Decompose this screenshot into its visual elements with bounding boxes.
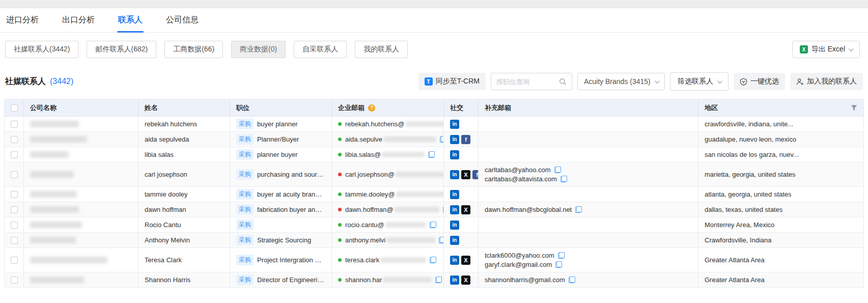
- filter-contacts-button[interactable]: 筛选联系人: [670, 72, 729, 91]
- copy-icon[interactable]: [558, 252, 565, 259]
- tab-company-info[interactable]: 公司信息: [165, 9, 200, 32]
- x-icon[interactable]: X: [461, 256, 470, 265]
- company-cell: [24, 117, 138, 131]
- copy-icon[interactable]: [575, 206, 582, 213]
- region-cell: marietta, georgia, united states: [698, 162, 863, 186]
- table-row: Anthony Melvin采购Strategic Sourcinganthon…: [5, 233, 863, 248]
- row-checkbox[interactable]: [11, 151, 18, 158]
- email-cell: rebekah.hutchens@: [332, 117, 444, 131]
- name-cell: Teresa Clark: [138, 248, 230, 272]
- extra-email-item: shannonlharris@gmail.com: [485, 276, 575, 284]
- region-text: Greater Atlanta Area: [705, 256, 765, 264]
- filter-my-contacts[interactable]: 我的联系人: [355, 41, 408, 58]
- header-social-label: 社交: [450, 103, 463, 113]
- email-status-dot: [338, 137, 342, 141]
- extra-email-item: carltabas@yahoo.com: [485, 166, 567, 174]
- linkedin-icon[interactable]: in: [450, 256, 459, 265]
- x-icon[interactable]: X: [461, 205, 470, 214]
- header-social: 社交: [444, 99, 479, 116]
- sync-tcrm-button[interactable]: T 同步至T-CRM: [418, 73, 486, 90]
- add-to-my-contacts-button[interactable]: 加入我的联系人: [790, 73, 863, 90]
- position-search-input[interactable]: [496, 78, 559, 86]
- export-excel-button[interactable]: X 导出 Excel: [792, 41, 860, 58]
- copy-icon[interactable]: [430, 257, 436, 263]
- position-cell: 采购purchasing and sourcing ...: [230, 162, 332, 186]
- help-icon[interactable]: ?: [368, 104, 375, 112]
- copy-icon[interactable]: [435, 277, 442, 283]
- copy-icon[interactable]: [428, 151, 435, 158]
- select-all-checkbox[interactable]: [11, 104, 18, 112]
- filter-email-contacts[interactable]: 邮件联系人(682): [87, 41, 156, 58]
- row-checkbox[interactable]: [11, 191, 18, 198]
- row-select-cell: [5, 117, 24, 131]
- extra-email-list: tclark6000@yahoo.comgaryf.clark@gmail.co…: [485, 249, 565, 271]
- name-cell: libia salas: [138, 147, 230, 162]
- copy-icon[interactable]: [430, 222, 436, 228]
- filter-self-collected[interactable]: 自采联系人: [294, 41, 347, 58]
- row-checkbox[interactable]: [11, 121, 18, 128]
- filter-social-contacts[interactable]: 社媒联系人(3442): [5, 41, 78, 58]
- one-click-preferred-button[interactable]: 一键优选: [734, 73, 785, 90]
- name-cell: Anthony Melvin: [138, 233, 230, 247]
- linkedin-icon[interactable]: in: [450, 120, 459, 129]
- row-checkbox[interactable]: [11, 206, 18, 213]
- row-select-cell: [5, 132, 24, 147]
- copy-icon[interactable]: [439, 237, 444, 243]
- linkedin-icon[interactable]: in: [450, 190, 459, 199]
- social-cell: in: [444, 147, 479, 162]
- row-select-cell: [5, 248, 24, 272]
- name-cell: dawn hoffman: [138, 202, 230, 217]
- company-select[interactable]: Acuity Brands (3415): [577, 73, 665, 90]
- tab-contacts[interactable]: 联系人: [117, 9, 144, 32]
- company-cell: [24, 202, 138, 217]
- email-prefix: shannon.har: [345, 276, 382, 284]
- linkedin-icon[interactable]: in: [450, 236, 459, 245]
- filter-business-registry[interactable]: 工商数据(66): [164, 41, 223, 58]
- linkedin-icon[interactable]: in: [450, 150, 459, 159]
- copy-icon[interactable]: [440, 136, 444, 143]
- position-title: Strategic Sourcing: [257, 236, 311, 244]
- filter-commercial-data[interactable]: 商业数据(0): [231, 41, 286, 58]
- row-checkbox[interactable]: [11, 277, 18, 284]
- email-cell: shannon.har: [332, 272, 444, 287]
- row-checkbox[interactable]: [11, 237, 18, 244]
- row-checkbox[interactable]: [11, 136, 18, 143]
- copy-icon[interactable]: [561, 176, 567, 182]
- tab-import-analysis[interactable]: 进口分析: [5, 9, 40, 32]
- copy-icon[interactable]: [569, 277, 575, 283]
- row-checkbox[interactable]: [11, 222, 18, 229]
- copy-icon[interactable]: [555, 261, 562, 268]
- position-cell: 采购: [230, 217, 332, 232]
- region-cell: guadalupe, nuevo leon, mexico: [698, 132, 863, 147]
- extra-email-item: dawn.hoffman@sbcglobal.net: [485, 206, 582, 213]
- linkedin-icon[interactable]: in: [450, 276, 459, 285]
- linkedin-icon[interactable]: in: [450, 135, 459, 144]
- row-checkbox[interactable]: [11, 171, 18, 178]
- email-cell: rocio.cantu@: [332, 217, 444, 232]
- position-cell: 采购buyer at acuity brands lig...: [230, 187, 332, 202]
- email-status-dot: [338, 258, 342, 262]
- facebook-icon[interactable]: f: [472, 170, 479, 179]
- contact-name: Rocio Cantu: [145, 221, 181, 229]
- x-icon[interactable]: X: [461, 170, 470, 179]
- linkedin-icon[interactable]: in: [450, 205, 459, 214]
- region-cell: Greater Atlanta Area: [698, 248, 863, 272]
- x-icon[interactable]: X: [461, 276, 470, 285]
- tab-export-analysis[interactable]: 出口分析: [61, 9, 96, 32]
- region-cell: Greater Atlanta Area: [698, 272, 863, 287]
- table-row: aida sepulveda采购Planner/Buyeraida.sepulv…: [5, 132, 863, 147]
- contact-name: Shannon Harris: [145, 276, 190, 284]
- region-text: Crawfordsville, Indiana: [705, 236, 772, 244]
- table-row: libia salas采购planner buyerlibia.salas@in…: [5, 147, 863, 162]
- table-row: dawn hoffman采购fabrication buyer and pla.…: [5, 202, 863, 217]
- position-title: planner buyer: [257, 151, 298, 158]
- redacted-company-name: [30, 277, 84, 283]
- region-cell: crawfordsville, indiana, unite...: [698, 117, 863, 131]
- row-checkbox[interactable]: [11, 257, 18, 264]
- filter-funnel-icon[interactable]: [851, 105, 857, 111]
- linkedin-icon[interactable]: in: [450, 221, 459, 230]
- facebook-icon[interactable]: f: [461, 135, 470, 144]
- linkedin-icon[interactable]: in: [450, 170, 459, 179]
- copy-icon[interactable]: [554, 167, 561, 173]
- redacted-company-name: [30, 121, 79, 127]
